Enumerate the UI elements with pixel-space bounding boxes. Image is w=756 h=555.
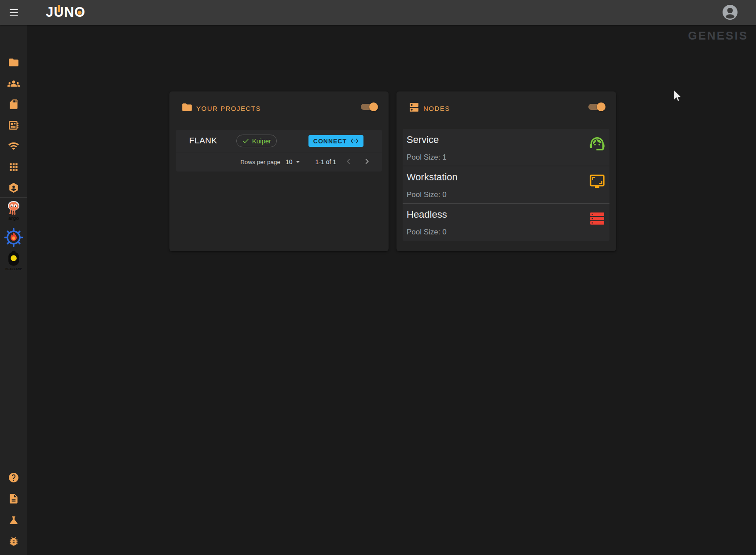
projects-card: YOUR PROJECTS FLANK Kuiper CONNECT Rows (169, 91, 389, 251)
project-row[interactable]: FLANK Kuiper CONNECT (176, 130, 382, 152)
argo-plugin-button[interactable]: argo (6, 200, 21, 221)
support-agent-icon (588, 135, 606, 153)
bug-report-button[interactable] (8, 536, 19, 547)
sd-card-icon (8, 99, 19, 110)
wifi-icon (8, 140, 19, 152)
nav-teams-button[interactable] (7, 77, 20, 90)
chevron-down-icon (294, 157, 302, 166)
rows-per-page-select[interactable]: 10 (286, 157, 302, 166)
developer-board-icon (8, 120, 19, 131)
node-row-service[interactable]: Service Pool Size: 1 (403, 129, 609, 166)
labs-button[interactable] (8, 515, 19, 526)
kuiper-status-chip: Kuiper (236, 135, 277, 147)
groups-icon (7, 77, 20, 90)
nav-storage-button[interactable] (8, 99, 19, 110)
bug-icon (8, 536, 19, 547)
flask-icon (8, 515, 19, 526)
nav-projects-button[interactable] (8, 57, 19, 68)
rows-per-page-value: 10 (286, 158, 293, 165)
ethernet-icon (350, 137, 359, 145)
next-page-button[interactable] (361, 156, 373, 168)
projects-toggle[interactable] (361, 102, 377, 111)
help-icon (8, 472, 19, 483)
folder-icon (8, 57, 19, 68)
previous-page-button[interactable] (342, 156, 355, 168)
docs-button[interactable] (8, 493, 19, 504)
pagination-bar: Rows per page 10 1-1 of 1 (176, 152, 382, 172)
node-name: Service (407, 134, 609, 146)
apps-grid-icon (8, 161, 19, 173)
projects-card-title: YOUR PROJECTS (196, 105, 261, 112)
nav-apps-button[interactable] (8, 161, 19, 173)
connect-label: CONNECT (313, 138, 347, 145)
account-circle-icon (722, 4, 738, 21)
nodes-card: NODES Service Pool Size: 1 Workstation P… (396, 91, 616, 251)
document-icon (8, 493, 19, 504)
folder-icon (181, 102, 193, 113)
sidebar-divider (0, 197, 27, 198)
projects-list: FLANK Kuiper CONNECT Rows per page 10 (176, 130, 382, 172)
project-name: FLANK (189, 136, 217, 146)
logo-letter: N (64, 4, 74, 20)
rows-per-page-label: Rows per page (240, 159, 280, 165)
nav-network-button[interactable] (8, 140, 19, 152)
headlamp-label: HEADLAMP (5, 267, 22, 271)
genesis-watermark: GENESIS (688, 29, 748, 43)
hamburger-icon (10, 9, 18, 10)
argo-icon (6, 200, 21, 215)
dns-icon (408, 102, 420, 113)
user-avatar-button[interactable] (722, 4, 738, 21)
node-name: Workstation (407, 172, 609, 183)
top-app-bar: J U N O (0, 0, 756, 25)
node-pool-size: Pool Size: 1 (407, 153, 447, 162)
monitor-icon (588, 172, 606, 190)
check-icon (242, 137, 250, 145)
deployed-box-icon (8, 182, 19, 194)
nodes-card-title: NODES (423, 105, 450, 112)
node-pool-size: Pool Size: 0 (407, 228, 447, 237)
kubernetes-flame-plugin-button[interactable] (4, 228, 23, 247)
nav-deployments-button[interactable] (8, 182, 19, 194)
logo-letter: O (74, 4, 85, 20)
node-pool-size: Pool Size: 0 (407, 190, 447, 199)
chevron-right-icon (362, 156, 372, 167)
help-button[interactable] (8, 472, 19, 483)
logo-letter: U (54, 4, 64, 20)
chip-label: Kuiper (252, 137, 271, 145)
menu-button[interactable] (7, 6, 20, 19)
mouse-cursor (672, 90, 682, 103)
node-row-workstation[interactable]: Workstation Pool Size: 0 (403, 166, 609, 204)
projects-card-header: YOUR PROJECTS (169, 91, 389, 122)
kubernetes-flame-icon (4, 228, 23, 247)
sidebar: argo HEADLAMP (0, 25, 27, 555)
nodes-toggle[interactable] (588, 102, 605, 111)
nav-devices-button[interactable] (8, 120, 19, 131)
logo-letter: J (46, 4, 54, 20)
argo-label: argo (8, 215, 19, 221)
nodes-card-header: NODES (396, 91, 616, 122)
headlamp-plugin-button[interactable]: HEADLAMP (5, 251, 22, 271)
pagination-range: 1-1 of 1 (316, 158, 336, 165)
nodes-list: Service Pool Size: 1 Workstation Pool Si… (403, 129, 609, 241)
app-logo: J U N O (46, 4, 85, 20)
node-row-headless[interactable]: Headless Pool Size: 0 (403, 204, 609, 241)
connect-button[interactable]: CONNECT (308, 135, 363, 147)
server-stack-icon (588, 210, 606, 227)
chevron-left-icon (343, 156, 354, 167)
headlamp-icon (6, 251, 21, 267)
node-name: Headless (407, 209, 609, 220)
